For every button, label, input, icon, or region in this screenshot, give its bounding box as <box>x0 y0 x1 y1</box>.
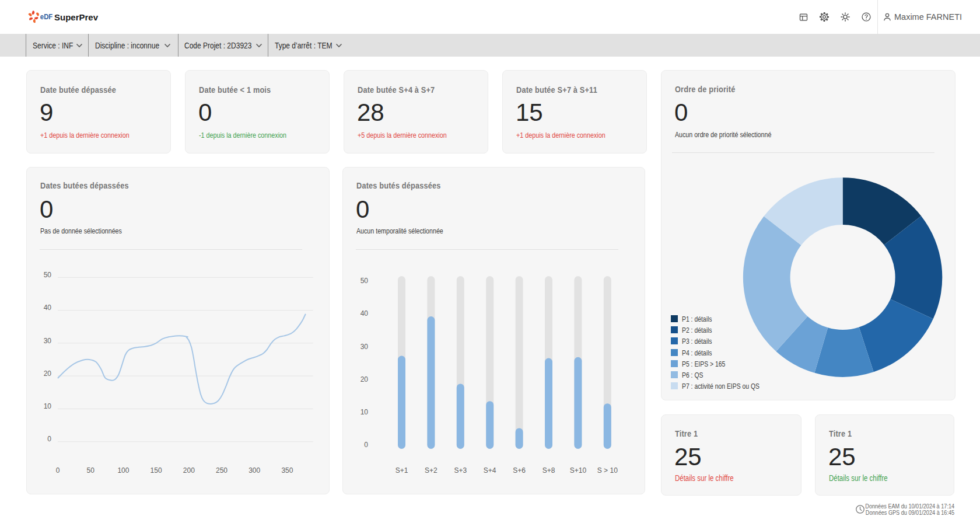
svg-text:S+1: S+1 <box>396 466 408 475</box>
svg-text:S > 10: S > 10 <box>597 466 618 475</box>
svg-text:50: 50 <box>87 466 95 475</box>
svg-text:0: 0 <box>364 441 368 449</box>
svg-text:20: 20 <box>360 375 369 383</box>
svg-text:150: 150 <box>150 466 162 475</box>
svg-text:50: 50 <box>360 277 369 285</box>
svg-text:S+6: S+6 <box>513 466 526 475</box>
svg-text:50: 50 <box>44 271 52 279</box>
svg-text:S+4: S+4 <box>484 466 496 475</box>
svg-text:S+8: S+8 <box>542 466 555 475</box>
svg-text:10: 10 <box>360 408 369 416</box>
svg-text:40: 40 <box>44 304 52 312</box>
svg-text:300: 300 <box>249 466 260 475</box>
svg-text:S+3: S+3 <box>454 466 467 475</box>
svg-text:40: 40 <box>360 309 369 318</box>
svg-text:350: 350 <box>281 466 293 475</box>
svg-text:S+2: S+2 <box>425 466 438 475</box>
svg-text:100: 100 <box>117 466 129 475</box>
svg-text:0: 0 <box>56 466 60 475</box>
svg-text:S+10: S+10 <box>570 466 587 475</box>
svg-text:200: 200 <box>183 466 195 475</box>
svg-text:20: 20 <box>44 369 52 378</box>
svg-text:10: 10 <box>44 402 52 410</box>
svg-text:30: 30 <box>360 343 369 351</box>
svg-text:250: 250 <box>216 466 228 475</box>
svg-text:0: 0 <box>47 435 51 443</box>
svg-text:eDF: eDF <box>40 13 52 20</box>
svg-text:30: 30 <box>44 337 52 345</box>
